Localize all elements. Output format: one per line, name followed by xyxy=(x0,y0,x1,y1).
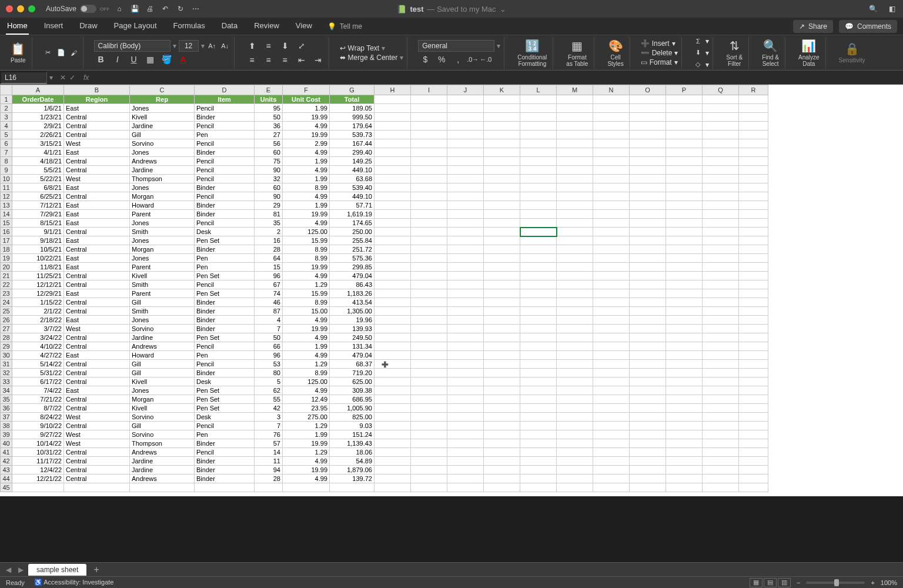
cell-Q44[interactable] xyxy=(703,475,739,483)
cell-Q35[interactable] xyxy=(703,395,739,404)
col-header-K[interactable]: K xyxy=(484,85,520,95)
row-header-39[interactable]: 39 xyxy=(1,430,12,439)
cell-N34[interactable] xyxy=(593,386,630,395)
cell-G8[interactable]: 149.25 xyxy=(330,157,374,166)
cell-O10[interactable] xyxy=(630,175,666,183)
cell-C26[interactable]: Jones xyxy=(130,316,195,325)
cell-H2[interactable] xyxy=(374,104,411,113)
cell-O34[interactable] xyxy=(630,386,666,395)
cell-G17[interactable]: 255.84 xyxy=(330,236,374,245)
sheet-tab[interactable]: sample sheet xyxy=(28,564,86,576)
row-header-34[interactable]: 34 xyxy=(1,386,12,395)
cell-I23[interactable] xyxy=(411,289,447,298)
cell-B29[interactable]: Central xyxy=(64,342,130,351)
cell-Q2[interactable] xyxy=(703,104,739,113)
cell-Q11[interactable] xyxy=(703,183,739,192)
cell-E32[interactable]: 80 xyxy=(255,369,283,377)
cell-E29[interactable]: 66 xyxy=(255,342,283,351)
cell-D9[interactable]: Pencil xyxy=(195,166,255,175)
cell-N32[interactable] xyxy=(593,369,630,377)
cell-I37[interactable] xyxy=(411,413,447,422)
cell-O29[interactable] xyxy=(630,342,666,351)
cell-M15[interactable] xyxy=(557,219,593,228)
cell-A14[interactable]: 7/29/21 xyxy=(12,210,64,219)
cell-H44[interactable] xyxy=(374,475,411,483)
cell-H30[interactable] xyxy=(374,351,411,360)
orientation-icon[interactable]: ⤢ xyxy=(295,39,309,52)
cell-L12[interactable] xyxy=(520,192,557,201)
cell-M14[interactable] xyxy=(557,210,593,219)
cell-D13[interactable]: Binder xyxy=(195,201,255,210)
cell-Q39[interactable] xyxy=(703,430,739,439)
cell-Q14[interactable] xyxy=(703,210,739,219)
cell-H13[interactable] xyxy=(374,201,411,210)
cell-C9[interactable]: Jardine xyxy=(130,166,195,175)
sheet-nav-prev[interactable]: ▶ xyxy=(16,566,26,574)
cell-H1[interactable] xyxy=(374,95,411,104)
cell-I39[interactable] xyxy=(411,430,447,439)
cell-L22[interactable] xyxy=(520,280,557,289)
cell-C45[interactable] xyxy=(130,483,195,492)
cell-R27[interactable] xyxy=(739,325,768,333)
cell-Q10[interactable] xyxy=(703,175,739,183)
cell-M19[interactable] xyxy=(557,254,593,263)
cell-F14[interactable]: 19.99 xyxy=(283,210,330,219)
cell-H20[interactable] xyxy=(374,263,411,272)
row-header-11[interactable]: 11 xyxy=(1,183,12,192)
cell-H3[interactable] xyxy=(374,113,411,122)
normal-view-button[interactable]: ▦ xyxy=(750,578,762,587)
cell-P42[interactable] xyxy=(666,457,703,466)
cell-M34[interactable] xyxy=(557,386,593,395)
cell-M27[interactable] xyxy=(557,325,593,333)
cell-H10[interactable] xyxy=(374,175,411,183)
cell-B33[interactable]: Central xyxy=(64,377,130,386)
cell-A10[interactable]: 5/22/21 xyxy=(12,175,64,183)
cell-B15[interactable]: East xyxy=(64,219,130,228)
cell-L1[interactable] xyxy=(520,95,557,104)
cell-J39[interactable] xyxy=(447,430,484,439)
cell-K45[interactable] xyxy=(484,483,520,492)
cell-P34[interactable] xyxy=(666,386,703,395)
cell-R43[interactable] xyxy=(739,466,768,475)
cell-R41[interactable] xyxy=(739,448,768,457)
align-middle-icon[interactable]: ≡ xyxy=(262,39,276,52)
sensitivity-button[interactable]: 🔒Sensitivity xyxy=(837,41,868,65)
cell-C8[interactable]: Andrews xyxy=(130,157,195,166)
increase-font-icon[interactable]: A↑ xyxy=(207,41,218,51)
row-header-28[interactable]: 28 xyxy=(1,333,12,342)
cell-N38[interactable] xyxy=(593,422,630,430)
cell-A9[interactable]: 5/5/21 xyxy=(12,166,64,175)
cell-B7[interactable]: East xyxy=(64,148,130,157)
cell-H33[interactable] xyxy=(374,377,411,386)
cell-N1[interactable] xyxy=(593,95,630,104)
cell-H11[interactable] xyxy=(374,183,411,192)
cell-K9[interactable] xyxy=(484,166,520,175)
cell-Q19[interactable] xyxy=(703,254,739,263)
tab-formulas[interactable]: Formulas xyxy=(172,18,206,35)
cell-A23[interactable]: 12/29/21 xyxy=(12,289,64,298)
cell-C10[interactable]: Thompson xyxy=(130,175,195,183)
cell-A40[interactable]: 10/14/22 xyxy=(12,439,64,448)
cell-O39[interactable] xyxy=(630,430,666,439)
cell-H27[interactable] xyxy=(374,325,411,333)
cell-D43[interactable]: Binder xyxy=(195,466,255,475)
cell-I33[interactable] xyxy=(411,377,447,386)
cell-G26[interactable]: 19.96 xyxy=(330,316,374,325)
cell-J6[interactable] xyxy=(447,139,484,148)
cell-R36[interactable] xyxy=(739,404,768,413)
cell-P27[interactable] xyxy=(666,325,703,333)
select-all-corner[interactable] xyxy=(1,85,12,95)
cell-B42[interactable]: Central xyxy=(64,457,130,466)
cell-B9[interactable]: Central xyxy=(64,166,130,175)
cell-K7[interactable] xyxy=(484,148,520,157)
cell-M22[interactable] xyxy=(557,280,593,289)
cell-I12[interactable] xyxy=(411,192,447,201)
cell-D26[interactable]: Binder xyxy=(195,316,255,325)
cell-B40[interactable]: West xyxy=(64,439,130,448)
cell-F18[interactable]: 8.99 xyxy=(283,245,330,254)
cell-B27[interactable]: West xyxy=(64,325,130,333)
row-header-22[interactable]: 22 xyxy=(1,280,12,289)
cell-P35[interactable] xyxy=(666,395,703,404)
cell-F8[interactable]: 1.99 xyxy=(283,157,330,166)
cell-R29[interactable] xyxy=(739,342,768,351)
